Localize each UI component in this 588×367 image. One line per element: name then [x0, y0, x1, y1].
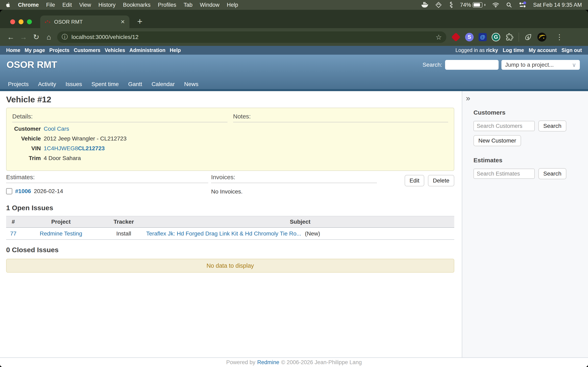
vehicle-label: Vehicle — [12, 135, 41, 142]
menubar-item-tab[interactable]: Tab — [183, 2, 192, 8]
vin-field: VIN 1C4HJWEG8CL212723 — [12, 145, 227, 152]
spotlight-icon[interactable] — [506, 2, 512, 8]
delete-button[interactable]: Delete — [428, 175, 454, 186]
battery-saver-leaf-icon[interactable] — [524, 33, 532, 42]
docker-icon[interactable] — [421, 2, 429, 8]
url-text[interactable]: localhost:3000/vehicles/12 — [71, 34, 138, 40]
maximize-window-button[interactable] — [27, 19, 32, 24]
issue-id-link[interactable]: 77 — [10, 230, 16, 237]
header-search-input[interactable] — [445, 60, 499, 70]
trim-value: 4 Door Sahara — [44, 155, 81, 161]
nav-help[interactable]: Help — [170, 47, 181, 53]
browser-tab[interactable]: OSOR RMT ✕ — [40, 16, 130, 28]
vehicle-value: 2012 Jeep Wrangler - CL212723 — [44, 135, 127, 142]
new-tab-button[interactable]: + — [137, 16, 143, 26]
tab-projects[interactable]: Projects — [8, 81, 29, 87]
jump-to-project-select[interactable]: Jump to a project... ∨ — [502, 60, 580, 70]
menubar-item-profiles[interactable]: Profiles — [158, 2, 176, 8]
tab-gantt[interactable]: Gantt — [128, 81, 142, 87]
powered-by-text: Powered by — [226, 359, 255, 366]
nav-home[interactable]: Home — [6, 47, 20, 53]
estimates-invoices-section: Estimates: #1006 2026-02-14 Invoices: No… — [6, 174, 454, 195]
menubar-app-name[interactable]: Chrome — [18, 2, 39, 8]
footer: Powered by Redmine © 2006-2026 Jean-Phil… — [0, 358, 588, 367]
lock-extension-icon[interactable]: @ — [479, 33, 487, 41]
no-data-banner: No data to display — [6, 259, 454, 273]
site-info-icon[interactable]: ⓘ — [62, 33, 68, 41]
menubar-item-file[interactable]: File — [46, 2, 55, 8]
menubar-clock[interactable]: Sat Feb 14 9:35 AM — [533, 2, 582, 8]
browser-menu-icon[interactable]: ⋮ — [556, 33, 563, 42]
search-estimates-button[interactable]: Search — [538, 168, 566, 179]
estimate-link[interactable]: #1006 — [15, 188, 31, 194]
maps-icon[interactable] — [435, 2, 442, 8]
swirl-extension-icon[interactable]: S — [465, 33, 474, 42]
profile-avatar[interactable] — [537, 33, 546, 42]
macos-menubar: Chrome File Edit View History Bookmarks … — [0, 0, 588, 10]
bookmark-star-icon[interactable]: ☆ — [436, 33, 442, 41]
top-nav-links: Home My page Projects Customers Vehicles… — [6, 47, 181, 53]
back-icon[interactable]: ← — [4, 33, 17, 42]
reload-icon[interactable]: ↻ — [30, 33, 43, 42]
table-header-row: # Project Tracker Subject — [6, 216, 454, 227]
snake-icon[interactable] — [449, 2, 453, 8]
tab-close-icon[interactable]: ✕ — [121, 19, 125, 25]
forward-icon[interactable]: → — [17, 33, 30, 42]
menubar-item-bookmarks[interactable]: Bookmarks — [123, 2, 150, 8]
vin-label: VIN — [12, 145, 41, 152]
nav-projects[interactable]: Projects — [49, 47, 70, 53]
tab-calendar[interactable]: Calendar — [151, 81, 175, 87]
menubar-item-window[interactable]: Window — [200, 2, 219, 8]
tab-issues[interactable]: Issues — [66, 81, 82, 87]
search-estimates-input[interactable] — [474, 169, 535, 179]
grammarly-extension-icon[interactable]: G — [492, 33, 500, 42]
close-window-button[interactable] — [10, 19, 15, 24]
log-time-link[interactable]: Log time — [503, 47, 524, 53]
minimize-window-button[interactable] — [18, 19, 24, 24]
estimates-column: Estimates: #1006 2026-02-14 — [6, 174, 208, 194]
menubar-item-help[interactable]: Help — [227, 2, 238, 8]
battery-icon[interactable]: 74% — [460, 2, 485, 8]
search-customers-input[interactable] — [474, 121, 535, 131]
nav-administration[interactable]: Administration — [130, 47, 165, 53]
invoices-column: Invoices: No Invoices. — [211, 174, 377, 195]
puzzle-extensions-icon[interactable] — [505, 33, 514, 42]
nav-vehicles[interactable]: Vehicles — [105, 47, 125, 53]
trim-label: Trim — [12, 155, 41, 161]
wifi-icon[interactable] — [492, 2, 499, 8]
redmine-favicon-icon — [45, 20, 51, 24]
username-link[interactable]: ricky — [486, 47, 498, 53]
sidebar-collapse-icon[interactable]: » — [466, 94, 588, 102]
tab-news[interactable]: News — [184, 81, 199, 87]
vin-link[interactable]: 1C4HJWEG8CL212723 — [44, 145, 105, 152]
issue-subject-link[interactable]: Teraflex Jk: Hd Forged Drag Link Kit & H… — [146, 230, 301, 237]
apple-icon[interactable] — [6, 2, 11, 8]
control-center-icon[interactable] — [519, 2, 526, 8]
col-id: # — [6, 216, 20, 227]
red-diamond-extension-icon[interactable] — [452, 33, 460, 42]
invoices-heading: Invoices: — [211, 174, 377, 183]
my-account-link[interactable]: My account — [528, 47, 557, 53]
menubar-item-history[interactable]: History — [98, 2, 116, 8]
edit-button[interactable]: Edit — [405, 175, 424, 186]
details-column: Details: Customer Cool Cars Vehicle 2012… — [12, 113, 227, 166]
search-customers-button[interactable]: Search — [538, 120, 566, 132]
nav-my-page[interactable]: My page — [25, 47, 45, 53]
closed-issues-heading: 0 Closed Issues — [6, 246, 454, 254]
address-bar[interactable]: ⓘ localhost:3000/vehicles/12 ☆ — [57, 31, 446, 43]
customer-label: Customer — [12, 125, 41, 132]
customer-link[interactable]: Cool Cars — [44, 125, 69, 132]
nav-customers[interactable]: Customers — [74, 47, 100, 53]
menubar-item-view[interactable]: View — [79, 2, 91, 8]
redmine-link[interactable]: Redmine — [257, 359, 279, 366]
no-invoices-text: No Invoices. — [211, 188, 377, 195]
issue-project-link[interactable]: Redmine Testing — [40, 230, 82, 237]
notes-heading: Notes: — [233, 113, 448, 122]
sign-out-link[interactable]: Sign out — [562, 47, 582, 53]
tab-spent-time[interactable]: Spent time — [91, 81, 119, 87]
estimate-checkbox[interactable] — [6, 188, 12, 194]
new-customer-button[interactable]: New Customer — [474, 135, 521, 146]
tab-activity[interactable]: Activity — [38, 81, 56, 87]
menubar-item-edit[interactable]: Edit — [62, 2, 72, 8]
home-icon[interactable]: ⌂ — [43, 33, 55, 42]
